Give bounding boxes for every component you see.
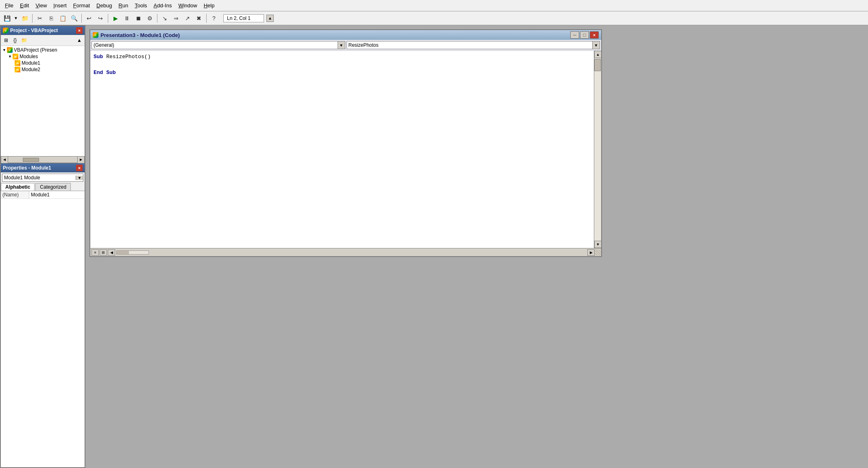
toolbar-sep-3 xyxy=(108,14,108,23)
props-key-name: (Name) xyxy=(1,191,29,198)
save-button[interactable]: 💾 xyxy=(2,13,12,24)
left-panel: V Project - VBAProject × ⊞ {} 📁 ▲ ▼ V VB… xyxy=(0,25,85,468)
project-panel-toolbar: ⊞ {} 📁 ▲ xyxy=(1,35,85,46)
properties-dropdown-container: Module1 Module ▼ xyxy=(2,174,83,182)
hscroll-left-button[interactable]: ◀ xyxy=(108,249,115,256)
mdi-area: C Presentation3 - Module1 (Code) ─ □ × (… xyxy=(85,25,868,468)
hscroll-thumb[interactable] xyxy=(23,158,39,162)
cut-button[interactable]: ✂ xyxy=(35,13,45,24)
project-titlebar: V Project - VBAProject × xyxy=(1,26,85,35)
menu-window[interactable]: Window xyxy=(175,2,200,9)
code-minimize-button[interactable]: ─ xyxy=(570,31,579,39)
tree-item-module1[interactable]: m Module1 xyxy=(2,60,84,66)
project-titlebar-title: V Project - VBAProject xyxy=(3,28,58,33)
view-code-button[interactable]: {} xyxy=(11,36,20,45)
step-over-button[interactable]: ⇒ xyxy=(171,13,181,24)
code-line-1: Sub ResizePhotos() xyxy=(94,53,591,61)
hscroll-track xyxy=(15,158,71,162)
toggle-bp-button[interactable]: ⚙ xyxy=(144,13,155,24)
properties-title-group: Properties - Module1 xyxy=(3,165,51,171)
code-close-button[interactable]: × xyxy=(590,31,599,39)
menu-view[interactable]: View xyxy=(32,2,50,9)
menu-format[interactable]: Format xyxy=(70,2,93,9)
code-titlebar-left: C Presentation3 - Module1 (Code) xyxy=(93,32,180,38)
code-editor[interactable]: Sub ResizePhotos() End Sub xyxy=(90,51,594,248)
properties-close-button[interactable]: × xyxy=(76,165,83,171)
hscroll-right-button[interactable]: ▶ xyxy=(587,249,595,256)
module1-icon: m xyxy=(15,60,20,66)
undo-button[interactable]: ↩ xyxy=(84,13,94,24)
vscroll-up-button[interactable]: ▲ xyxy=(594,51,601,58)
view-proc-button[interactable]: ≡ xyxy=(92,249,99,256)
root-expand[interactable]: ▼ xyxy=(2,48,6,52)
scroll-up-btn[interactable]: ▲ xyxy=(266,15,274,22)
code-hscroll xyxy=(116,249,587,256)
project-panel: V Project - VBAProject × ⊞ {} 📁 ▲ ▼ V VB… xyxy=(0,25,85,163)
tree-item-modules[interactable]: ▼ M Modules xyxy=(2,53,84,60)
code-right-dropdown[interactable]: ResizePhotos ▼ xyxy=(347,41,600,49)
code-maximize-button[interactable]: □ xyxy=(580,31,589,39)
properties-object-select[interactable]: Module1 Module xyxy=(2,174,76,181)
code-left-dropdown[interactable]: (General) ▼ xyxy=(92,41,345,49)
vscroll-down-button[interactable]: ▼ xyxy=(594,241,601,248)
properties-dropdown-arrow[interactable]: ▼ xyxy=(76,176,83,180)
view-module-button[interactable]: ⊞ xyxy=(100,249,107,256)
menu-run[interactable]: Run xyxy=(115,2,131,9)
properties-panel: Properties - Module1 × Module1 Module ▼ … xyxy=(0,163,85,468)
code-titlebar-buttons: ─ □ × xyxy=(570,31,599,39)
tree-modules-label: Modules xyxy=(20,54,38,59)
paste-button[interactable]: 📋 xyxy=(57,13,68,24)
menu-file[interactable]: File xyxy=(2,2,17,9)
project-close-button[interactable]: × xyxy=(76,27,83,34)
menu-addins[interactable]: Add-Ins xyxy=(150,2,175,9)
properties-title: Properties - Module1 xyxy=(3,165,51,171)
menu-debug[interactable]: Debug xyxy=(93,2,115,9)
properties-table: (Name) Module1 xyxy=(1,191,85,467)
hscroll-left[interactable]: ◀ xyxy=(1,156,8,163)
tab-alphabetic[interactable]: Alphabetic xyxy=(1,183,35,191)
root-icon: V xyxy=(7,47,13,53)
save-dropdown[interactable]: ▼ xyxy=(13,13,19,24)
open-button[interactable]: 📁 xyxy=(20,13,30,24)
hscroll-bar-thumb[interactable] xyxy=(117,251,129,254)
hscroll-right[interactable]: ▶ xyxy=(77,156,85,163)
redo-button[interactable]: ↪ xyxy=(95,13,106,24)
tree-item-root[interactable]: ▼ V VBAProject (Presen xyxy=(2,47,84,53)
project-icon: V xyxy=(3,28,9,33)
menu-insert[interactable]: Insert xyxy=(50,2,70,9)
run-button[interactable]: ▶ xyxy=(110,13,121,24)
code-left-arrow[interactable]: ▼ xyxy=(338,41,345,49)
step-in-button[interactable]: ↘ xyxy=(159,13,170,24)
reset-button[interactable]: ✖ xyxy=(194,13,204,24)
menu-tools[interactable]: Tools xyxy=(131,2,150,9)
properties-tabs: Alphabetic Categorized xyxy=(1,183,85,191)
code-procedure-label: ResizePhotos xyxy=(347,41,593,49)
toggle-folders-button[interactable]: 📁 xyxy=(20,36,28,45)
view-object-button[interactable]: ⊞ xyxy=(2,36,11,45)
hscroll-bar-track xyxy=(116,250,149,255)
copy-button[interactable]: ⎘ xyxy=(46,13,57,24)
code-window: C Presentation3 - Module1 (Code) ─ □ × (… xyxy=(89,29,602,257)
module2-icon: m xyxy=(15,67,20,72)
code-right-arrow[interactable]: ▼ xyxy=(592,41,600,49)
stop-button[interactable]: ⏹ xyxy=(133,13,144,24)
find-button[interactable]: 🔍 xyxy=(69,13,79,24)
code-line-3: End Sub xyxy=(94,69,591,77)
tree-root-label: VBAProject (Presen xyxy=(14,47,57,53)
resize-grip[interactable] xyxy=(595,249,601,256)
vscroll-track xyxy=(594,58,601,241)
modules-icon: M xyxy=(13,54,18,59)
panel-scroll-up[interactable]: ▲ xyxy=(75,36,84,45)
tab-categorized[interactable]: Categorized xyxy=(35,183,71,191)
tree-item-module2[interactable]: m Module2 xyxy=(2,66,84,73)
project-tree: ▼ V VBAProject (Presen ▼ M Modules m Mod… xyxy=(1,46,85,156)
menu-help[interactable]: Help xyxy=(201,2,218,9)
vscroll-thumb[interactable] xyxy=(594,59,601,71)
step-out-button[interactable]: ↗ xyxy=(182,13,193,24)
modules-expand[interactable]: ▼ xyxy=(8,54,12,59)
pause-button[interactable]: ⏸ xyxy=(122,13,132,24)
tree-module1-label: Module1 xyxy=(22,60,40,66)
help-button[interactable]: ? xyxy=(209,13,219,24)
menu-edit[interactable]: Edit xyxy=(17,2,32,9)
cursor-position: Ln 2, Col 1 xyxy=(223,14,264,22)
